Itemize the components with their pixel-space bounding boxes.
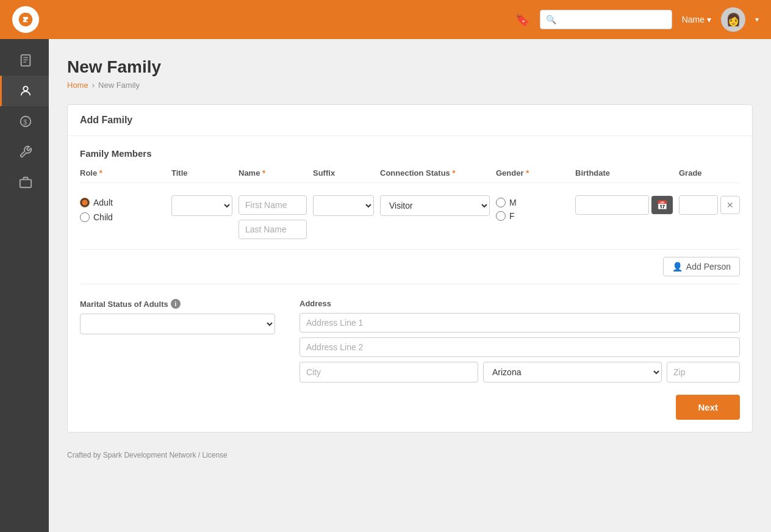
gender-f-radio[interactable] bbox=[496, 211, 506, 221]
marital-status-select[interactable]: Single Married Divorced Widowed bbox=[80, 314, 275, 334]
gender-f-label[interactable]: F bbox=[496, 211, 569, 221]
col-role: Role * bbox=[80, 168, 165, 178]
sidebar-item-docs[interactable] bbox=[0, 45, 49, 76]
name-column bbox=[238, 195, 307, 239]
sidebar-item-person[interactable] bbox=[0, 76, 49, 106]
avatar[interactable]: 👩 bbox=[721, 7, 745, 32]
gender-column: M F bbox=[496, 195, 569, 221]
fm-column-headers: Role * Title Name * Suffix Connection St… bbox=[80, 168, 740, 183]
bookmark-icon[interactable]: 🔖 bbox=[515, 12, 530, 27]
sidebar: $ bbox=[0, 39, 49, 532]
adult-radio-label[interactable]: Adult bbox=[80, 198, 165, 207]
grade-column: ✕ bbox=[679, 195, 740, 215]
city-input[interactable] bbox=[299, 362, 478, 383]
finance-icon: $ bbox=[19, 115, 32, 128]
document-icon bbox=[19, 54, 32, 67]
gender-m-label[interactable]: M bbox=[496, 198, 569, 207]
breadcrumb-current: New Family bbox=[98, 81, 140, 90]
address-line2-input[interactable] bbox=[299, 337, 740, 357]
child-radio-label[interactable]: Child bbox=[80, 212, 165, 222]
family-members-title: Family Members bbox=[80, 148, 740, 159]
suffix-column: Jr. Sr. III bbox=[313, 195, 374, 216]
add-person-icon: 👤 bbox=[672, 262, 683, 271]
address-section: Address Alabama Alaska Arizona Arkansas bbox=[299, 299, 740, 383]
main-content: New Family Home › New Family Add Family … bbox=[49, 39, 771, 532]
col-birthdate: Birthdate bbox=[575, 168, 673, 178]
title-select[interactable]: Mr. Mrs. Ms. Dr. bbox=[171, 195, 232, 216]
sidebar-item-finance[interactable]: $ bbox=[0, 106, 49, 137]
adult-radio[interactable] bbox=[80, 198, 90, 207]
add-family-card: Add Family Family Members Role * Title N… bbox=[67, 104, 753, 433]
page-footer: Crafted by Spark Development Network / L… bbox=[67, 451, 753, 459]
next-button[interactable]: Next bbox=[676, 395, 740, 420]
suffix-select[interactable]: Jr. Sr. III bbox=[313, 195, 374, 216]
address-row3: Alabama Alaska Arizona Arkansas Californ… bbox=[299, 362, 740, 383]
state-select[interactable]: Alabama Alaska Arizona Arkansas Californ… bbox=[483, 362, 662, 383]
sidebar-item-tools[interactable] bbox=[0, 137, 49, 167]
address-line1-input[interactable] bbox=[299, 313, 740, 332]
col-title: Title bbox=[171, 168, 232, 178]
person-icon bbox=[19, 84, 32, 98]
breadcrumb-home[interactable]: Home bbox=[67, 81, 88, 90]
card-header: Add Family bbox=[68, 105, 752, 136]
wrench-icon bbox=[19, 145, 32, 159]
avatar-chevron-icon[interactable]: ▾ bbox=[755, 15, 759, 24]
marital-status-section: Marital Status of Adults i Single Marrie… bbox=[80, 299, 275, 383]
birthdate-input[interactable] bbox=[575, 195, 649, 215]
breadcrumb-separator: › bbox=[92, 81, 95, 90]
first-name-input[interactable] bbox=[238, 195, 307, 215]
col-connection-status: Connection Status * bbox=[380, 168, 490, 178]
user-name-dropdown[interactable]: Name ▾ bbox=[682, 15, 711, 24]
marital-status-info-icon[interactable]: i bbox=[171, 299, 181, 309]
col-suffix: Suffix bbox=[313, 168, 374, 178]
connection-status-select[interactable]: Visitor Prospect Participant Member bbox=[380, 195, 490, 216]
svg-text:$: $ bbox=[23, 118, 27, 126]
page-title: New Family bbox=[67, 57, 753, 77]
role-column: Adult Child bbox=[80, 195, 165, 222]
col-gender: Gender * bbox=[496, 168, 569, 178]
top-navigation: 🔖 🔍 Name ▾ 👩 ▾ bbox=[0, 0, 771, 39]
last-name-input[interactable] bbox=[238, 220, 307, 239]
birthdate-column: 📅 bbox=[575, 195, 673, 215]
grade-input[interactable] bbox=[679, 195, 718, 215]
address-fields: Alabama Alaska Arizona Arkansas Californ… bbox=[299, 313, 740, 383]
connection-status-column: Visitor Prospect Participant Member bbox=[380, 195, 490, 216]
svg-rect-0 bbox=[21, 55, 30, 66]
remove-member-button[interactable]: ✕ bbox=[720, 196, 740, 214]
child-radio[interactable] bbox=[80, 212, 90, 222]
add-person-row: 👤 Add Person bbox=[80, 250, 740, 284]
col-name: Name * bbox=[238, 168, 307, 178]
col-grade: Grade bbox=[679, 168, 740, 178]
briefcase-icon bbox=[19, 176, 32, 189]
calendar-button[interactable]: 📅 bbox=[651, 196, 673, 214]
address-label: Address bbox=[299, 299, 740, 308]
card-body: Family Members Role * Title Name * Suffi… bbox=[68, 136, 752, 432]
app-logo[interactable] bbox=[12, 6, 39, 33]
table-row: Adult Child Mr. Mrs. Ms. Dr. bbox=[80, 190, 740, 250]
chevron-down-icon: ▾ bbox=[707, 15, 711, 24]
svg-point-4 bbox=[23, 87, 27, 91]
search-input[interactable] bbox=[540, 10, 672, 29]
breadcrumb: Home › New Family bbox=[67, 81, 753, 90]
marital-status-label: Marital Status of Adults i bbox=[80, 299, 275, 309]
form-footer: Next bbox=[80, 383, 740, 420]
bottom-section: Marital Status of Adults i Single Marrie… bbox=[80, 299, 740, 383]
zip-input[interactable] bbox=[667, 362, 740, 383]
sidebar-item-admin[interactable] bbox=[0, 167, 49, 198]
add-person-button[interactable]: 👤 Add Person bbox=[663, 257, 740, 276]
gender-m-radio[interactable] bbox=[496, 198, 506, 207]
svg-rect-7 bbox=[20, 179, 30, 187]
title-column: Mr. Mrs. Ms. Dr. bbox=[171, 195, 232, 216]
